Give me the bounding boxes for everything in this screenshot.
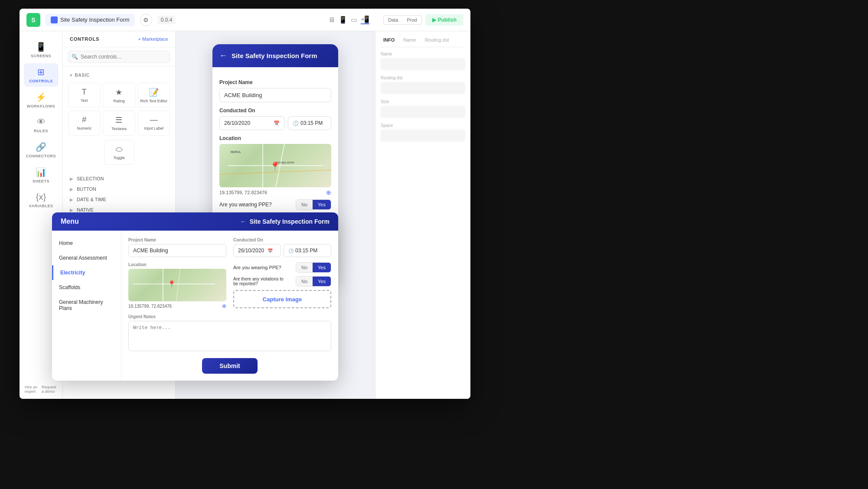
tablet-nav-scaffolds[interactable]: Scaffolds (52, 280, 121, 295)
top-bar: S Site Safety Inspection Form ⚙ 0.0.4 🖥 … (20, 9, 470, 31)
name-prop-field[interactable] (381, 58, 465, 70)
ppe-yes-button[interactable]: Yes (313, 200, 331, 209)
control-textarea[interactable]: ☰ Textarea (103, 111, 135, 136)
landscape-icon[interactable]: ▭ (351, 16, 357, 24)
tablet-date-value: 26/10/2020 (238, 248, 264, 254)
date-input[interactable]: 26/10/2020 📅 (219, 116, 284, 130)
tablet-nav-machinery[interactable]: General Machinery Plans (52, 295, 121, 316)
tablet-ppe-no[interactable]: No (296, 263, 313, 272)
tablet-map-roads (128, 269, 226, 301)
sidebar-item-connectors[interactable]: 🔗 CONNECTORS (24, 138, 59, 162)
workflows-icon: ⚡ (36, 92, 46, 102)
data-label: Data (384, 16, 402, 24)
rating-label: Rating (113, 99, 124, 103)
map-container: NERUL CBD BELAPUR 📍 (219, 144, 331, 187)
time-input[interactable]: 🕐 03:15 PM (288, 116, 331, 130)
svg-line-6 (176, 269, 180, 301)
tablet-violations-no[interactable]: No (296, 277, 313, 286)
text-icon: T (82, 88, 87, 97)
info-tab[interactable]: INFO (381, 36, 397, 43)
data-prod-toggle[interactable]: Data Prod (383, 15, 422, 25)
ppe-no-button[interactable]: No (296, 200, 313, 209)
mobile-icon[interactable]: 📲 (361, 15, 369, 24)
tab-label: Site Safety Inspection Form (60, 16, 130, 23)
tablet-time-input[interactable]: 🕐 03:15 PM (284, 244, 331, 257)
mobile-form-title: Site Safety Inspection Form (232, 52, 317, 59)
tablet-ppe-buttons: No Yes (296, 262, 331, 273)
tablet-sidebar: Home General Assessment Electricity Scaf… (52, 231, 121, 381)
tablet-violations-label: Are there any violations to be reported? (233, 277, 285, 286)
tablet-nav-general[interactable]: General Assessment (52, 251, 121, 265)
tablet-map: 📍 (128, 269, 226, 301)
tablet-form-title: Site Safety Inspection Form (250, 218, 330, 225)
selection-section[interactable]: ▶ SELECTION (68, 173, 170, 184)
desktop-icon[interactable]: 🖥 (328, 16, 335, 24)
tablet-back-button[interactable]: ← (240, 218, 246, 225)
sidebar-item-rules[interactable]: 👁 RULES (24, 114, 59, 137)
workflows-label: WORKFLOWS (27, 104, 55, 108)
tablet-nav-electricity[interactable]: Electricity (52, 265, 121, 280)
tablet-project-input[interactable] (128, 244, 226, 257)
control-toggle[interactable]: ⬭ Toggle (104, 140, 134, 165)
ppe-row: Are you wearing PPE? No Yes (219, 199, 331, 210)
tablet-nav-home[interactable]: Home (52, 236, 121, 251)
sidebar-item-controls[interactable]: ⊞ CONTROLS (24, 63, 59, 87)
routing-tab[interactable]: Routing dst (422, 36, 452, 43)
name-tab[interactable]: Name (401, 36, 418, 43)
active-tab[interactable]: Site Safety Inspection Form (46, 14, 135, 26)
space-prop: Space (381, 123, 465, 142)
button-section[interactable]: ▶ BUTTON (68, 184, 170, 194)
ppe-label: Are you wearing PPE? (219, 202, 272, 208)
tablet-header: Menu ← Site Safety Inspection Form (52, 212, 338, 231)
rules-icon: 👁 (37, 117, 46, 127)
tablet-date-input[interactable]: 26/10/2020 📅 (233, 244, 281, 257)
map-background: NERUL CBD BELAPUR 📍 (219, 144, 331, 187)
routing-prop-label: Routing dst (381, 75, 465, 80)
publish-button[interactable]: ▶ Publish (425, 14, 463, 26)
search-input[interactable] (68, 51, 170, 63)
tablet-violations-yes[interactable]: Yes (313, 277, 331, 286)
tablet-location-icon[interactable]: ⊕ (222, 303, 226, 309)
tablet-location-label: Location (128, 262, 226, 267)
size-prop-field[interactable] (381, 106, 465, 118)
sidebar-item-workflows[interactable]: ⚡ WORKFLOWS (24, 88, 59, 112)
name-prop: Name (381, 52, 465, 70)
tablet-clock-icon: 🕐 (288, 248, 294, 253)
datetime-section[interactable]: ▶ DATE & TIME (68, 194, 170, 205)
space-prop-field[interactable] (381, 130, 465, 142)
tablet-icon[interactable]: 📱 (339, 16, 347, 24)
clock-icon: 🕐 (293, 121, 299, 126)
control-numeric[interactable]: # Numeric (68, 111, 100, 136)
sidebar-item-sheets[interactable]: 📊 SHEETS (24, 163, 59, 187)
control-rich-text[interactable]: 📝 Rich Text Editor (138, 83, 170, 108)
connectors-label: CONNECTORS (26, 154, 56, 158)
text-label: Text (81, 98, 88, 103)
tablet-capture-button[interactable]: Capture Image (233, 290, 331, 308)
control-rating[interactable]: ★ Rating (103, 83, 135, 108)
hire-expert-link[interactable]: Hire an expert (25, 385, 38, 394)
date-time-row: 26/10/2020 📅 🕐 03:15 PM (219, 116, 331, 130)
tablet-menu-label: Menu (61, 218, 79, 225)
version-badge[interactable]: 0.0.4 (157, 16, 176, 24)
mobile-back-button[interactable]: ← (219, 51, 227, 60)
connectors-icon: 🔗 (36, 142, 46, 152)
textarea-icon: ☰ (115, 115, 122, 125)
tablet-calendar-icon: 📅 (268, 248, 273, 253)
marketplace-link[interactable]: + Marketplace (138, 36, 168, 42)
control-text[interactable]: T Text (68, 83, 100, 108)
numeric-label: Numeric (77, 126, 91, 130)
tablet-ppe-yes[interactable]: Yes (313, 263, 331, 272)
map-area-label: NERUL (231, 150, 241, 153)
sidebar-item-screens[interactable]: 📱 SCREENS (24, 38, 59, 62)
gear-button[interactable]: ⚙ (140, 14, 152, 26)
control-input-label[interactable]: ― Input Label (138, 111, 170, 136)
sidebar-item-variables[interactable]: {x} VARIABLES (24, 189, 59, 212)
top-bar-right: Data Prod ▶ Publish (383, 14, 463, 26)
tablet-submit-button[interactable]: Submit (202, 358, 257, 374)
tablet-urgent-textarea[interactable] (128, 321, 331, 351)
tablet-urgent-col: Urgent Notes (128, 314, 331, 353)
project-name-input[interactable] (219, 88, 331, 102)
location-target-icon[interactable]: ⊕ (326, 189, 331, 196)
routing-prop-field[interactable] (381, 82, 465, 94)
request-demo-link[interactable]: Request a demo (42, 385, 57, 394)
